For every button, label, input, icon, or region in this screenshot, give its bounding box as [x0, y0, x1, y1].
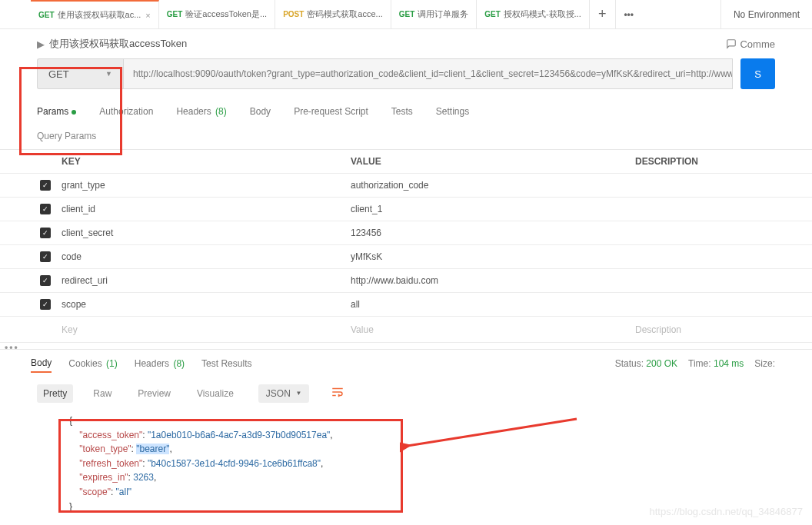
tab-tests[interactable]: Tests [391, 100, 413, 123]
add-tab-button[interactable]: + [590, 0, 616, 29]
tab-method: GET [484, 10, 501, 18]
header-desc: DESCRIPTION [635, 156, 812, 167]
tab-2[interactable]: POST密码模式获取acce... [275, 0, 391, 29]
checkbox-icon[interactable]: ✓ [40, 204, 51, 214]
wrap-lines-icon[interactable] [328, 384, 348, 403]
tab-3[interactable]: GET调用订单服务 [391, 0, 478, 29]
response-tab-body[interactable]: Body [31, 354, 52, 373]
tab-method: POST [283, 10, 304, 18]
svg-line-0 [408, 419, 577, 446]
param-row[interactable]: ✓codeyMfKsK [0, 245, 812, 269]
tab-settings[interactable]: Settings [436, 100, 469, 123]
param-row[interactable]: ✓client_idclient_1 [0, 198, 812, 221]
tab-4[interactable]: GET授权码模式-获取授... [477, 0, 589, 29]
param-row[interactable]: ✓redirect_urihttp://www.baidu.com [0, 269, 812, 293]
close-icon[interactable]: × [145, 11, 150, 20]
chevron-down-icon: ▼ [296, 390, 302, 397]
param-row[interactable]: ✓grant_typeauthorization_code [0, 174, 812, 198]
checkbox-icon[interactable]: ✓ [40, 180, 51, 191]
comment-icon [726, 38, 737, 49]
url-row: GET ▼ http://localhost:9090/oauth/token?… [0, 58, 812, 89]
tab-method: GET [167, 10, 183, 18]
status-value: 200 OK [646, 358, 677, 369]
tab-title: 使用该授权码获取ac... [58, 9, 141, 21]
tab-body[interactable]: Body [250, 100, 271, 123]
tab-title: 调用订单服务 [418, 8, 468, 20]
tab-headers[interactable]: Headers (8) [176, 100, 226, 123]
response-bar: Body Cookies (1) Headers (8) Test Result… [0, 349, 812, 377]
checkbox-icon[interactable]: ✓ [40, 251, 51, 262]
header-value: VALUE [351, 156, 635, 167]
param-row[interactable]: ✓client_secret123456 [0, 221, 812, 245]
response-tab-cookies[interactable]: Cookies (1) [68, 355, 117, 372]
method-select[interactable]: GET ▼ [37, 58, 123, 89]
response-tab-headers[interactable]: Headers (8) [135, 355, 185, 372]
param-row[interactable]: ✓scopeall [0, 293, 812, 317]
request-name: 使用该授权码获取accessToken [49, 37, 187, 51]
param-row-new[interactable]: KeyValueDescription [0, 317, 812, 343]
time-value: 104 ms [714, 358, 744, 369]
request-tabs: Params Authorization Headers (8) Body Pr… [0, 100, 812, 123]
tabs-bar: GET使用该授权码获取ac...× GET验证accessToken是... P… [0, 0, 812, 29]
view-pretty[interactable]: Pretty [37, 384, 73, 403]
tab-title: 授权码模式-获取授... [504, 8, 581, 20]
param-header-row: KEY VALUE DESCRIPTION [0, 150, 812, 174]
response-meta: Status: 200 OK Time: 104 ms Size: [615, 358, 775, 369]
environment-select[interactable]: No Environment [720, 0, 812, 29]
breadcrumb-row: ▶ 使用该授权码获取accessToken Comme [0, 29, 812, 58]
checkbox-icon[interactable]: ✓ [40, 228, 51, 238]
tab-authorization[interactable]: Authorization [99, 100, 153, 123]
params-dot-icon [72, 110, 76, 115]
tab-title: 验证accessToken是... [185, 8, 267, 20]
param-table: KEY VALUE DESCRIPTION ✓grant_typeauthori… [0, 149, 812, 343]
response-tab-tests[interactable]: Test Results [201, 355, 251, 372]
more-menu-icon[interactable]: ••• [5, 342, 19, 353]
view-visualize[interactable]: Visualize [191, 384, 240, 403]
tab-title: 密码模式获取acce... [307, 8, 382, 20]
tab-params[interactable]: Params [37, 100, 76, 123]
comments-button[interactable]: Comme [726, 38, 775, 50]
send-button[interactable]: S [740, 58, 775, 89]
watermark: https://blog.csdn.net/qq_34846877 [650, 506, 804, 517]
checkbox-icon[interactable]: ✓ [40, 299, 51, 310]
more-tabs-button[interactable]: ••• [616, 0, 642, 29]
annotation-arrow-icon [400, 411, 584, 457]
tab-method: GET [399, 10, 415, 18]
tab-method: GET [38, 11, 55, 19]
expand-icon[interactable]: ▶ [37, 38, 45, 50]
tab-prerequest[interactable]: Pre-request Script [294, 100, 368, 123]
chevron-down-icon: ▼ [105, 70, 112, 78]
tab-1[interactable]: GET验证accessToken是... [159, 0, 275, 29]
checkbox-icon[interactable]: ✓ [40, 275, 51, 286]
url-input[interactable]: http://localhost:9090/oauth/token?grant_… [123, 58, 733, 89]
view-bar: Pretty Raw Preview Visualize JSON ▼ [0, 377, 812, 409]
query-params-label: Query Params [0, 123, 812, 146]
tab-0[interactable]: GET使用该授权码获取ac...× [31, 0, 159, 29]
format-select[interactable]: JSON ▼ [258, 384, 310, 403]
header-key: KEY [62, 156, 351, 167]
view-raw[interactable]: Raw [87, 384, 118, 403]
view-preview[interactable]: Preview [131, 384, 177, 403]
